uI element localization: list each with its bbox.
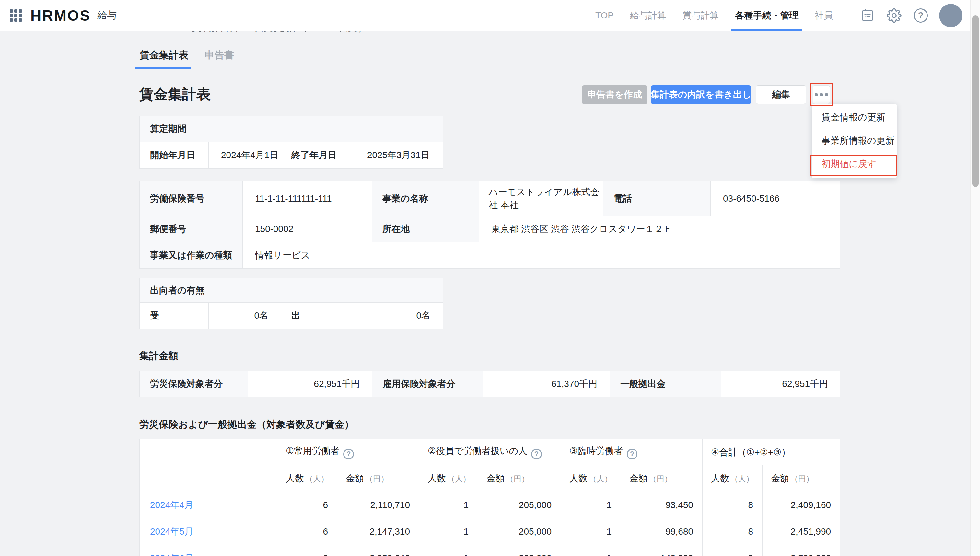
more-button[interactable] <box>813 85 830 104</box>
calculation-period-card: 算定期間 開始年月日 2024年4月1日 終了年月日 2025年3月31日 <box>139 116 443 169</box>
secondment-in-value: 0名 <box>209 302 281 328</box>
amount-header: 金額（円） <box>337 465 419 492</box>
insurance-number-value: 11-1-11-111111-111 <box>243 181 372 216</box>
table-row: 2024年4月 6 2,110,710 1 205,000 1 93,450 8… <box>140 492 840 519</box>
wage-table-wrap: ①常用労働者? ②役員で労働者扱いの人? ③臨時労働者? ④合計（①+②+③） … <box>139 439 840 556</box>
hrmos-logo: HRMOS <box>31 7 91 24</box>
month-link[interactable]: 2024年6月 <box>150 553 194 556</box>
table-row: 2024年5月 6 2,147,310 1 205,000 1 99,680 8… <box>140 519 840 545</box>
amount-header: 金額（円） <box>621 465 703 492</box>
header-icons: ? <box>860 8 928 23</box>
active-tab-underline <box>135 67 191 69</box>
app-window: HRMOS 給与 TOP 給与計算 賞与計算 各種手続・管理 社員 <box>0 0 980 556</box>
scrollbar-track <box>970 0 980 556</box>
tasks-clipboard-icon[interactable] <box>860 8 875 23</box>
group-officer-workers: ②役員で労働者扱いの人? <box>419 440 561 465</box>
edit-button[interactable]: 編集 <box>756 85 806 104</box>
help-icon[interactable]: ? <box>913 8 928 23</box>
summary-rousai-value: 62,951千円 <box>248 371 372 397</box>
secondment-out-value: 0名 <box>355 302 443 328</box>
count-header: 人数（人） <box>419 465 478 492</box>
summary-kyoshutsu-label: 一般拠出金 <box>610 371 721 397</box>
active-nav-underline <box>731 29 802 31</box>
summary-kyoshutsu-value: 62,951千円 <box>721 371 840 397</box>
address-value: 東京都 渋谷区 渋谷 渋谷クロスタワー１２Ｆ <box>479 216 840 242</box>
phone-value: 03-6450-5166 <box>711 181 840 216</box>
nav-payroll[interactable]: 給与計算 <box>622 0 674 31</box>
period-end-value: 2025年3月31日 <box>355 142 443 168</box>
group-regular-workers: ①常用労働者? <box>277 440 419 465</box>
amount-header: 金額（円） <box>763 465 840 492</box>
summary-section-heading: 集計金額 <box>139 349 178 362</box>
create-declaration-button[interactable]: 申告書を作成 <box>582 85 647 104</box>
month-link[interactable]: 2024年4月 <box>150 500 194 510</box>
month-link-cell: 2024年4月 <box>140 492 277 519</box>
top-bar: HRMOS 給与 TOP 給与計算 賞与計算 各種手続・管理 社員 <box>0 0 980 31</box>
business-type-label: 事業又は作業の種類 <box>140 242 243 268</box>
summary-koyou-label: 雇用保険対象者分 <box>372 371 483 397</box>
help-icon[interactable]: ? <box>343 449 354 459</box>
postal-code-value: 150-0002 <box>243 216 372 242</box>
period-start-label: 開始年月日 <box>140 142 209 168</box>
menu-item-reset-to-default[interactable]: 初期値に戻す <box>812 152 897 176</box>
period-card-title: 算定期間 <box>140 116 443 142</box>
month-link-cell: 2024年5月 <box>140 519 277 545</box>
scrollbar-thumb[interactable] <box>972 15 979 187</box>
phone-label: 電話 <box>603 181 710 216</box>
tab-bar: 賃金集計表 申告書 <box>0 48 967 69</box>
page-title: 賃金集計表 <box>139 85 211 104</box>
group-temporary-workers: ③臨時労働者? <box>561 440 703 465</box>
summary-koyou-value: 61,370千円 <box>483 371 610 397</box>
help-icon[interactable]: ? <box>531 449 542 459</box>
nav-top[interactable]: TOP <box>587 0 622 31</box>
count-header: 人数（人） <box>277 465 337 492</box>
app-grid-icon[interactable] <box>10 10 22 22</box>
period-end-label: 終了年月日 <box>281 142 354 168</box>
group-total: ④合計（①+②+③） <box>703 440 840 465</box>
business-name-label: 事業の名称 <box>372 181 479 216</box>
table-row: 2024年6月 6 2,352,640 1 205,000 1 143,290 … <box>140 545 840 556</box>
summary-amounts-card: 労災保険対象者分 62,951千円 雇用保険対象者分 61,370千円 一般拠出… <box>139 371 840 397</box>
nav-procedures[interactable]: 各種手続・管理 <box>727 0 807 31</box>
secondment-card-title: 出向者の有無 <box>140 278 443 302</box>
menu-item-update-office-info[interactable]: 事業所情報の更新 <box>812 129 897 152</box>
business-info-card: 労働保険番号 11-1-11-111111-111 事業の名称 ハーモストライア… <box>139 181 840 268</box>
count-header: 人数（人） <box>561 465 621 492</box>
menu-item-update-wage-info[interactable]: 賃金情報の更新 <box>812 106 897 129</box>
wage-table: ①常用労働者? ②役員で労働者扱いの人? ③臨時労働者? ④合計（①+②+③） … <box>139 439 840 556</box>
insurance-number-label: 労働保険番号 <box>140 181 243 216</box>
business-type-value: 情報サービス <box>243 242 840 268</box>
period-start-value: 2024年4月1日 <box>209 142 281 168</box>
nav-employees[interactable]: 社員 <box>807 0 841 31</box>
count-header: 人数（人） <box>703 465 763 492</box>
nav-bonus[interactable]: 賞与計算 <box>674 0 727 31</box>
address-label: 所在地 <box>372 216 479 242</box>
month-link[interactable]: 2024年5月 <box>150 527 194 537</box>
tab-declaration[interactable]: 申告書 <box>205 48 234 69</box>
help-icon[interactable]: ? <box>627 449 637 459</box>
month-link-cell: 2024年6月 <box>140 545 277 556</box>
main-nav: TOP 給与計算 賞与計算 各種手続・管理 社員 <box>587 0 841 31</box>
main-content: 労働保険の年度更新（2024年度） 賃金集計表 申告書 賃金集計表 申告書を作成… <box>0 31 970 556</box>
gear-icon[interactable] <box>887 8 902 23</box>
secondment-out-label: 出 <box>281 302 354 328</box>
product-name: 給与 <box>97 9 116 22</box>
avatar[interactable] <box>939 4 962 27</box>
tab-wage-summary[interactable]: 賃金集計表 <box>140 48 188 69</box>
export-breakdown-button[interactable]: 集計表の内訳を書き出し <box>651 85 751 104</box>
secondment-card: 出向者の有無 受 0名 出 0名 <box>139 278 443 329</box>
amount-header: 金額（円） <box>478 465 561 492</box>
business-name-value: ハーモストライアル株式会社 本社 <box>479 181 603 216</box>
postal-code-label: 郵便番号 <box>140 216 243 242</box>
more-dropdown-menu: 賃金情報の更新 事業所情報の更新 初期値に戻す <box>812 104 897 178</box>
secondment-in-label: 受 <box>140 302 209 328</box>
wage-table-corner <box>140 440 277 492</box>
wage-table-heading: 労災保険および一般拠出金（対象者数及び賃金） <box>139 418 354 431</box>
summary-rousai-label: 労災保険対象者分 <box>140 371 247 397</box>
more-dots-icon <box>815 93 818 96</box>
header-divider <box>851 9 851 23</box>
